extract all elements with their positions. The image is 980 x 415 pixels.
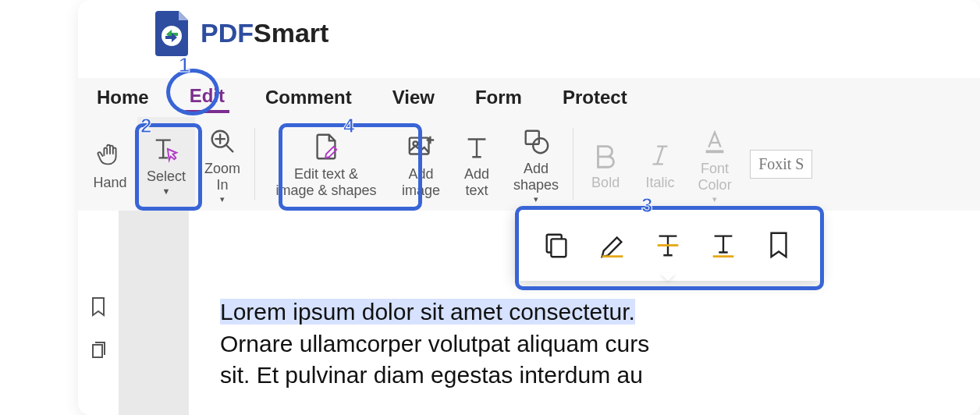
- callout-1-ring: [166, 69, 219, 115]
- separator: [573, 128, 573, 200]
- ribbon: Hand Select ▼ Zoom In▾ Edit text & image…: [78, 117, 980, 211]
- separator: [254, 128, 255, 200]
- tool-italic-label: Italic: [646, 175, 675, 191]
- tool-add-text[interactable]: Add text: [449, 117, 504, 211]
- italic-icon: [645, 140, 675, 170]
- tool-select-label: Select: [147, 168, 186, 185]
- chevron-down-icon: ▼: [162, 186, 171, 197]
- font-selector[interactable]: Foxit S: [750, 150, 812, 179]
- svg-rect-4: [526, 131, 539, 144]
- tool-add-text-label: Add text: [464, 166, 489, 198]
- callout-1: 1: [179, 53, 190, 77]
- left-sidebar: [78, 211, 119, 415]
- tool-edit-text-image-shapes[interactable]: Edit text & image & shapes: [260, 117, 392, 211]
- document-page[interactable]: Lorem ipsum dolor sit amet consectetur. …: [189, 211, 980, 415]
- callout-2: 2: [140, 114, 151, 138]
- tool-add-image[interactable]: Add image: [392, 117, 449, 211]
- chevron-down-icon: ▾: [534, 194, 538, 204]
- callout-3: 3: [641, 193, 652, 218]
- tool-add-image-label: Add image: [402, 166, 440, 198]
- zoom-in-icon: [208, 126, 237, 156]
- tool-zoom-in-label: Zoom In: [204, 161, 240, 193]
- svg-rect-9: [602, 255, 623, 257]
- menu-view[interactable]: View: [388, 83, 439, 112]
- underline-icon[interactable]: [708, 230, 738, 260]
- tool-bold-label: Bold: [591, 175, 620, 191]
- tool-hand[interactable]: Hand: [83, 117, 137, 211]
- pages-icon[interactable]: [88, 340, 108, 360]
- tool-font-color-label: Font Color: [698, 161, 732, 193]
- tool-zoom-in[interactable]: Zoom In▾: [195, 117, 250, 211]
- menu-protect[interactable]: Protect: [558, 83, 632, 112]
- tool-hand-label: Hand: [93, 175, 126, 191]
- tool-add-shapes[interactable]: Add shapes▾: [504, 117, 568, 211]
- brand-icon: [152, 9, 191, 56]
- text-line-1[interactable]: Lorem ipsum dolor sit amet consectetur.: [220, 296, 949, 328]
- app-window: PDFSmart Home Edit Comment View Form Pro…: [78, 0, 980, 415]
- bold-icon: [591, 140, 620, 170]
- edit-page-icon: [311, 132, 341, 161]
- content-area: Lorem ipsum dolor sit amet consectetur. …: [78, 211, 980, 415]
- callout-4: 4: [343, 114, 354, 138]
- svg-rect-6: [706, 150, 724, 153]
- svg-rect-10: [658, 244, 679, 247]
- text-icon: [462, 132, 492, 161]
- menu-comment[interactable]: Comment: [261, 83, 357, 112]
- tool-edit-l2: image & shapes: [276, 183, 377, 199]
- shapes-icon: [521, 126, 551, 156]
- bookmark-icon[interactable]: [764, 230, 794, 260]
- tool-edit-l1: Edit text &: [294, 166, 358, 183]
- svg-rect-2: [409, 138, 428, 154]
- svg-point-5: [533, 138, 548, 153]
- tool-font-color[interactable]: Font Color▾: [687, 117, 742, 211]
- chevron-down-icon: ▾: [220, 194, 225, 204]
- svg-rect-8: [551, 239, 566, 257]
- bookmark-icon[interactable]: [88, 296, 108, 317]
- thumbnail-column[interactable]: [119, 211, 189, 415]
- selection-toolbar: [515, 209, 821, 281]
- strikethrough-icon[interactable]: [653, 230, 683, 260]
- highlight-icon[interactable]: [598, 230, 627, 260]
- select-text-icon: [151, 134, 181, 164]
- text-line-2[interactable]: Ornare ullamcorper volutpat aliquam curs: [220, 328, 949, 360]
- menu-form[interactable]: Form: [470, 83, 527, 112]
- text-line-3[interactable]: sit. Et pulvinar diam egestas interdum a…: [220, 360, 949, 392]
- font-color-icon: [700, 126, 730, 156]
- tool-add-shapes-label: Add shapes: [513, 161, 559, 193]
- brand-name: PDFSmart: [201, 18, 328, 48]
- chevron-down-icon: ▾: [712, 194, 717, 204]
- menu-home[interactable]: Home: [92, 83, 154, 112]
- brand: PDFSmart: [152, 9, 328, 56]
- hand-icon: [95, 140, 125, 170]
- svg-rect-11: [713, 255, 734, 257]
- image-plus-icon: [407, 132, 436, 161]
- tool-bold[interactable]: Bold: [578, 117, 633, 211]
- copy-icon[interactable]: [542, 230, 572, 260]
